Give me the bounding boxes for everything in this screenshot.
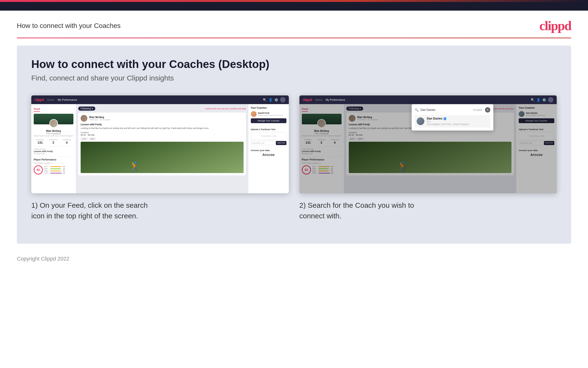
step2-label: 2) Search for the Coach you wish to conn… (299, 200, 557, 221)
tag-ott: OTT (81, 138, 88, 140)
profile-stats: Activities 131 Followers 3 Following 4 (34, 138, 73, 144)
search-modal-icon: 🔍 (415, 108, 419, 112)
latest-activity: Latest Activity Lesson with Fordy 03 Aug… (34, 146, 73, 155)
profile-icon[interactable]: 👤 (269, 98, 272, 102)
search-modal: 🔍 Dan Davies CLEAR ✕ Dan Davies ✓ Pro (412, 104, 493, 131)
profile-icon-right[interactable]: 👤 (536, 98, 540, 102)
coach-item: David Ford Royal North Devon Golf Club (251, 111, 286, 117)
header-divider (17, 37, 571, 38)
connect-title: Connect your data (251, 149, 286, 152)
app-navbar-left: clippd Home My Performance 🔍 👤 ⚙️ (31, 95, 289, 104)
stat-following-value: 4 (62, 141, 71, 144)
search-result-info: Dan Davies ✓ Pro Sunningdale Golf Club, … (427, 117, 469, 126)
search-result-club: Sunningdale Golf Club, United Kingdom (427, 123, 469, 126)
performance-sub: Total Player Quality ⓘ (34, 162, 73, 164)
right-right-panel: Your Coaches Dan Davies Sunningdale Golf… (516, 104, 557, 193)
app-navbar-right: clippd Home My Performance 🔍 👤 ⚙️ (299, 95, 557, 104)
search-modal-input[interactable]: Dan Davies (421, 108, 471, 111)
app-nav-perf-right[interactable]: My Performance (326, 98, 345, 101)
center-feed: Following ▾ Control who can see your act… (76, 104, 248, 193)
manage-coaches-btn[interactable]: Manage Your Coaches (251, 118, 286, 123)
right-left-sidebar: Feed Blair McHarg Plus Handicap Royal No… (299, 104, 344, 193)
close-button[interactable]: ✕ (485, 107, 490, 112)
avatar (49, 119, 58, 128)
bar-arg-label: ARG (44, 170, 50, 172)
coach-name: David Ford (258, 112, 283, 114)
app-nav-performance[interactable]: My Performance (58, 98, 77, 101)
app-nav-right-2: 🔍 👤 ⚙️ (531, 97, 553, 102)
trackman-input-row: Trackman Link Add Link (251, 141, 286, 145)
top-bar (0, 0, 588, 11)
latest-activity-label: Latest Activity (34, 148, 73, 150)
screenshot-left-panel: clippd Home My Performance 🔍 👤 ⚙️ (31, 95, 289, 221)
main-subheading: Find, connect and share your Clippd insi… (31, 74, 557, 82)
latest-activity-value: Lesson with Fordy (34, 150, 73, 153)
clear-button[interactable]: CLEAR (473, 109, 482, 111)
settings-icon[interactable]: ⚙️ (274, 98, 278, 102)
copyright: Copyright Clippd 2022 (17, 256, 69, 262)
bar-app-label: APP (44, 168, 50, 170)
stat-followers: Followers 3 (49, 138, 57, 144)
footer: Copyright Clippd 2022 (0, 251, 588, 267)
control-link[interactable]: Control who can see your activity and da… (205, 108, 246, 110)
trackman-title: Upload a Trackman Test (251, 128, 286, 131)
post-image: 🏌️ (81, 142, 244, 173)
page-title: How to connect with your Coaches (17, 22, 121, 30)
logo: clippd (539, 18, 571, 33)
screenshot-left: clippd Home My Performance 🔍 👤 ⚙️ (31, 95, 289, 193)
screenshot-right: clippd Home My Performance 🔍 👤 ⚙️ 🔍 Dan … (299, 95, 557, 193)
profile-level: Plus Handicap (34, 132, 73, 135)
post-author-sub: Yesterday · Sunningdale (89, 119, 110, 121)
app-logo-left: clippd (35, 98, 44, 102)
user-avatar-icon[interactable] (280, 97, 285, 102)
bar-app: APP 85 (44, 168, 65, 170)
feed-post: Blair McHarg Yesterday · Sunningdale Les… (78, 112, 246, 175)
score-circle: 92 (34, 165, 43, 175)
latest-activity-date: 03 Aug 2022 (34, 153, 73, 155)
app-logo-right: clippd (303, 98, 312, 102)
following-button[interactable]: Following ▾ (78, 107, 95, 110)
search-result-item[interactable]: Dan Davies ✓ Pro Sunningdale Golf Club, … (415, 115, 490, 128)
feed-tab[interactable]: Feed (34, 108, 40, 112)
search-icon[interactable]: 🔍 (263, 98, 267, 102)
top-bar-gradient (0, 0, 588, 2)
trackman-input[interactable]: Trackman Link (251, 141, 275, 145)
bar-putt: PUTT 96 (44, 172, 65, 174)
right-panel: Your Coaches David Ford Royal North Devo… (248, 104, 289, 193)
post-header: Blair McHarg Yesterday · Sunningdale (81, 115, 244, 122)
performance-row: 92 OTT 90 APP (34, 165, 73, 175)
search-icon-right[interactable]: 🔍 (531, 98, 535, 102)
app-nav-home-right[interactable]: Home (315, 98, 322, 101)
settings-icon-right[interactable]: ⚙️ (542, 98, 546, 102)
stat-following: Following 4 (62, 138, 71, 144)
search-result-name: Dan Davies (427, 117, 442, 120)
coach-avatar (251, 111, 257, 117)
add-link-btn[interactable]: Add Link (276, 141, 286, 145)
screenshots-row: clippd Home My Performance 🔍 👤 ⚙️ (31, 95, 557, 221)
bar-arg: ARG 86 (44, 170, 65, 172)
post-title: Lesson with Fordy (81, 123, 244, 126)
app-nav-right: 🔍 👤 ⚙️ (263, 97, 285, 102)
app-nav-home[interactable]: Home (47, 98, 54, 101)
profile-name: Blair McHarg (34, 130, 73, 132)
bar-putt-val: 96 (63, 172, 65, 174)
bar-ott-label: OTT (44, 166, 50, 167)
trackman-placeholder: Trackman Link (251, 132, 286, 140)
trackman-section: Upload a Trackman Test Trackman Link Tra… (251, 126, 286, 145)
step1-label: 1) On your Feed, click on the search ico… (31, 200, 289, 221)
post-text: Looking to feel like my hands are exitin… (81, 127, 244, 130)
search-result-avatar (417, 117, 424, 125)
header: How to connect with your Coaches clippd (0, 11, 588, 37)
tag-app: APP (89, 138, 96, 140)
stat-activities-label: Activities (36, 138, 44, 141)
profile-info: Blair McHarg Plus Handicap Royal North D… (34, 130, 73, 144)
screenshot-right-panel: clippd Home My Performance 🔍 👤 ⚙️ 🔍 Dan … (299, 95, 557, 221)
user-avatar-icon-right[interactable] (548, 97, 553, 102)
post-duration: Duration01 hr : 30 min (81, 131, 244, 136)
post-tags: OTT APP (81, 138, 244, 140)
coach-club: Royal North Devon Golf Club (258, 114, 283, 116)
performance-title: Player Performance (34, 158, 73, 161)
stat-activities: Activities 131 (36, 138, 44, 144)
bar-ott-val: 90 (63, 166, 65, 167)
search-result-level: Pro (427, 120, 469, 123)
